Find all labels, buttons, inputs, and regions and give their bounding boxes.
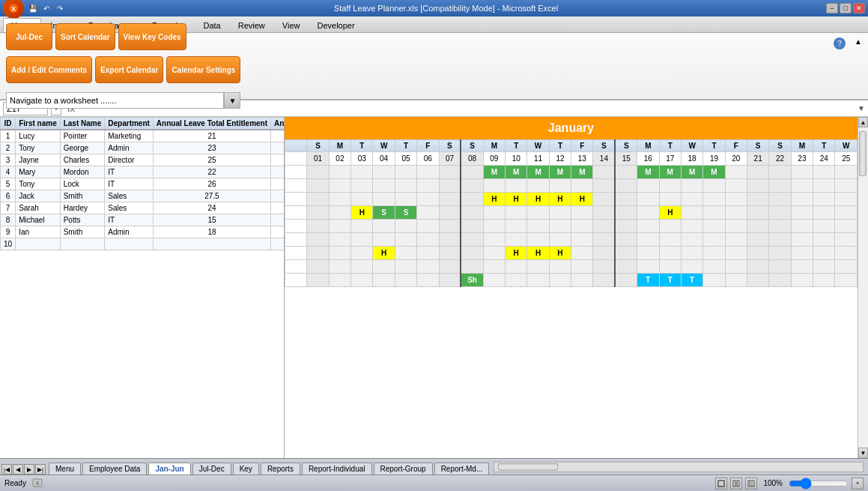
cal-cell[interactable] (835, 274, 858, 287)
cal-date[interactable]: 01 (307, 152, 329, 166)
cal-cell[interactable] (813, 247, 835, 260)
cal-cell[interactable] (593, 166, 615, 179)
cell-id[interactable]: 4 (1, 166, 16, 178)
cal-date[interactable]: 06 (417, 152, 439, 166)
cal-cell[interactable] (417, 166, 439, 179)
cal-cell[interactable] (835, 220, 858, 233)
cal-cell[interactable] (681, 233, 702, 247)
cal-cell[interactable] (373, 233, 395, 247)
scroll-thumb[interactable] (859, 131, 867, 176)
hscroll-thumb[interactable] (498, 463, 558, 471)
cell-firstname[interactable]: Lucy (16, 130, 61, 142)
cal-date[interactable]: 08 (461, 152, 483, 166)
cal-cell[interactable] (461, 220, 483, 233)
cell-id[interactable]: 9 (1, 226, 16, 238)
cell-annual-remaining[interactable]: 20 (271, 202, 284, 214)
cal-cell[interactable] (703, 260, 725, 274)
cal-cell[interactable] (725, 220, 747, 233)
sheet-tab-employee-data[interactable]: Employee Data (82, 463, 147, 475)
cal-date[interactable]: 18 (681, 152, 702, 166)
cal-cell[interactable] (615, 274, 637, 287)
cal-cell[interactable]: T (681, 274, 702, 287)
cell-department[interactable]: Admin (105, 226, 154, 238)
cell-firstname[interactable]: Sarah (16, 202, 61, 214)
cal-cell[interactable] (506, 260, 527, 274)
cal-cell[interactable] (506, 233, 527, 247)
cal-cell[interactable] (703, 179, 725, 193)
cal-cell[interactable] (527, 220, 549, 233)
cal-cell[interactable]: H (659, 206, 681, 220)
cal-cell[interactable] (483, 247, 505, 260)
cal-cell[interactable] (417, 247, 439, 260)
cal-cell[interactable] (791, 193, 813, 206)
cal-cell[interactable] (703, 247, 725, 260)
cal-cell[interactable] (593, 247, 615, 260)
cell-annual-total[interactable] (153, 238, 270, 250)
cal-date[interactable]: 25 (835, 152, 858, 166)
cal-date[interactable]: 09 (483, 152, 505, 166)
cell-department[interactable]: IT (105, 178, 154, 190)
cal-cell[interactable] (417, 193, 439, 206)
cal-cell[interactable] (395, 220, 416, 233)
cal-cell[interactable] (395, 260, 416, 274)
cell-firstname[interactable]: Tony (16, 178, 61, 190)
cal-cell[interactable] (813, 166, 835, 179)
cal-cell[interactable] (439, 166, 461, 179)
sort-calendar-button[interactable]: Sort Calendar (55, 23, 115, 50)
cell-department[interactable]: Admin (105, 142, 154, 154)
cal-date[interactable]: 21 (747, 152, 769, 166)
cal-cell[interactable] (813, 179, 835, 193)
cell-lastname[interactable]: Smith (60, 226, 105, 238)
cal-cell[interactable] (791, 220, 813, 233)
cal-cell[interactable]: H (549, 193, 571, 206)
cal-cell[interactable] (791, 179, 813, 193)
cell-lastname[interactable]: Hardey (60, 202, 105, 214)
cal-cell[interactable] (373, 260, 395, 274)
cal-cell[interactable] (571, 247, 593, 260)
cal-cell[interactable] (681, 206, 702, 220)
cal-cell[interactable] (593, 260, 615, 274)
cell-annual-remaining[interactable]: 15 (271, 214, 284, 226)
cell-firstname[interactable]: Ian (16, 226, 61, 238)
cell-lastname[interactable] (60, 238, 105, 250)
cell-firstname[interactable] (16, 238, 61, 250)
cal-cell[interactable] (417, 206, 439, 220)
cal-date[interactable]: 24 (813, 152, 835, 166)
cal-cell[interactable] (483, 179, 505, 193)
view-normal-btn[interactable] (715, 478, 727, 490)
cal-date[interactable]: 07 (439, 152, 461, 166)
cal-cell[interactable] (373, 220, 395, 233)
cal-cell[interactable] (307, 179, 329, 193)
sheet-tab-jan-jun[interactable]: Jan-Jun (148, 463, 190, 475)
cal-cell[interactable] (527, 260, 549, 274)
cal-cell[interactable] (351, 179, 373, 193)
view-page-break-btn[interactable] (745, 478, 757, 490)
cal-cell[interactable]: M (681, 166, 702, 179)
cal-cell[interactable]: M (571, 166, 593, 179)
cal-cell[interactable] (461, 193, 483, 206)
cal-cell[interactable] (725, 206, 747, 220)
cal-cell[interactable] (351, 166, 373, 179)
cal-cell[interactable] (791, 260, 813, 274)
cal-cell[interactable] (439, 193, 461, 206)
cal-cell[interactable] (395, 233, 416, 247)
tab-first-btn[interactable]: |◀ (1, 464, 12, 475)
cell-firstname[interactable]: Michael (16, 214, 61, 226)
cal-cell[interactable] (747, 247, 769, 260)
cal-date[interactable]: 20 (725, 152, 747, 166)
cell-department[interactable]: Marketing (105, 130, 154, 142)
cal-cell[interactable] (835, 260, 858, 274)
cal-cell[interactable]: H (351, 206, 373, 220)
cell-annual-remaining[interactable]: 27.5 (271, 190, 284, 202)
cal-cell[interactable] (637, 206, 659, 220)
cal-cell[interactable]: H (483, 193, 505, 206)
cal-cell[interactable] (329, 206, 350, 220)
cal-cell[interactable] (681, 193, 702, 206)
cal-cell[interactable] (417, 260, 439, 274)
cell-id[interactable]: 3 (1, 154, 16, 166)
cal-cell[interactable] (307, 166, 329, 179)
cell-annual-total[interactable]: 22 (153, 166, 270, 178)
cal-cell[interactable] (681, 220, 702, 233)
cell-id[interactable]: 6 (1, 190, 16, 202)
cal-cell[interactable] (725, 166, 747, 179)
